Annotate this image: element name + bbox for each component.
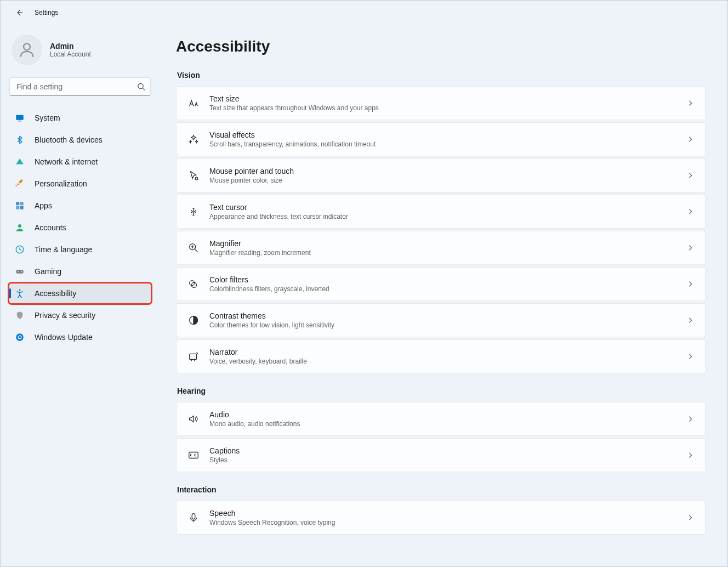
svg-point-1 (138, 83, 143, 88)
network-icon (15, 157, 25, 167)
card-sub: Mouse pointer color, size (209, 177, 686, 184)
svg-line-2 (143, 88, 145, 90)
setting-card-magnifier[interactable]: Magnifier Magnifier reading, zoom increm… (176, 231, 706, 265)
svg-point-15 (19, 290, 21, 291)
setting-card-captions[interactable]: Captions Styles (176, 438, 706, 472)
accounts-icon (15, 223, 25, 233)
card-sub: Scroll bars, transparency, animations, n… (209, 140, 686, 148)
chevron-right-icon (686, 99, 694, 107)
sidebar-item-gaming[interactable]: Gaming (9, 262, 151, 281)
svg-rect-5 (18, 121, 21, 121)
sidebar-item-bluetooth[interactable]: Bluetooth & devices (9, 130, 151, 150)
svg-point-0 (24, 43, 30, 50)
page-title: Accessibility (176, 38, 706, 55)
svg-point-17 (195, 177, 198, 180)
accessibility-icon (15, 288, 25, 298)
personalization-icon (15, 179, 25, 189)
profile-block[interactable]: Admin Local Account (9, 28, 151, 77)
sidebar: Admin Local Account SystemBluetooth & de… (1, 22, 160, 566)
card-title: Captions (209, 446, 686, 455)
svg-rect-7 (20, 202, 24, 205)
card-title: Narrator (209, 348, 686, 356)
setting-card-narrator[interactable]: Narrator Voice, verbosity, keyboard, bra… (176, 339, 706, 373)
card-sub: Styles (209, 456, 686, 464)
chevron-right-icon (686, 415, 694, 423)
card-sub: Mono audio, audio notifications (209, 420, 686, 428)
chevron-right-icon (686, 280, 694, 288)
visualeffects-icon (186, 132, 201, 146)
svg-rect-9 (20, 206, 24, 209)
setting-card-textsize[interactable]: Text size Text size that appears through… (176, 86, 706, 120)
chevron-right-icon (686, 244, 694, 252)
profile-sub: Local Account (50, 50, 91, 58)
setting-card-visualeffects[interactable]: Visual effects Scroll bars, transparency… (176, 122, 706, 156)
time-icon (15, 245, 25, 254)
audio-icon (186, 412, 201, 426)
card-sub: Windows Speech Recognition, voice typing (209, 519, 686, 526)
sidebar-item-label: System (35, 114, 60, 122)
content: Accessibility Vision Text size Text size… (160, 22, 727, 566)
setting-card-audio[interactable]: Audio Mono audio, audio notifications (176, 402, 706, 436)
section-title: Interaction (177, 485, 706, 494)
card-title: Contrast themes (209, 311, 686, 320)
svg-point-13 (18, 271, 19, 272)
setting-card-speech[interactable]: Speech Windows Speech Recognition, voice… (176, 501, 706, 535)
chevron-right-icon (686, 353, 694, 360)
sidebar-item-system[interactable]: System (9, 108, 151, 128)
sidebar-item-accessibility[interactable]: Accessibility (9, 284, 151, 303)
svg-rect-8 (16, 206, 19, 209)
svg-rect-12 (16, 270, 24, 274)
person-icon (18, 41, 36, 59)
sidebar-item-label: Apps (35, 201, 52, 210)
card-sub: Colorblindness filters, grayscale, inver… (209, 285, 686, 293)
sidebar-item-label: Time & language (35, 245, 92, 254)
card-sub: Text size that appears throughout Window… (209, 104, 686, 112)
chevron-right-icon (686, 135, 694, 143)
card-title: Color filters (209, 275, 686, 284)
card-title: Mouse pointer and touch (209, 167, 686, 175)
sidebar-item-label: Personalization (35, 179, 87, 188)
sidebar-item-personalization[interactable]: Personalization (9, 174, 151, 194)
sidebar-item-network[interactable]: Network & internet (9, 152, 151, 172)
back-arrow-icon (15, 8, 24, 17)
sidebar-item-update[interactable]: Windows Update (9, 327, 151, 347)
captions-icon (186, 448, 201, 462)
profile-name: Admin (50, 42, 91, 50)
chevron-right-icon (686, 514, 694, 521)
setting-card-contrast[interactable]: Contrast themes Color themes for low vis… (176, 303, 706, 337)
setting-card-colorfilters[interactable]: Color filters Colorblindness filters, gr… (176, 267, 706, 301)
gaming-icon (15, 267, 25, 276)
magnifier-icon (186, 241, 201, 255)
card-sub: Magnifier reading, zoom increment (209, 249, 686, 257)
search-input[interactable] (9, 77, 151, 96)
textsize-icon (186, 96, 201, 110)
setting-card-mousepointer[interactable]: Mouse pointer and touch Mouse pointer co… (176, 158, 706, 192)
section-title: Hearing (177, 387, 706, 395)
sidebar-item-privacy[interactable]: Privacy & security (9, 305, 151, 325)
sidebar-item-accounts[interactable]: Accounts (9, 218, 151, 237)
card-sub: Color themes for low vision, light sensi… (209, 321, 686, 329)
chevron-right-icon (686, 316, 694, 324)
sidebar-item-label: Network & internet (35, 157, 98, 166)
sidebar-item-label: Privacy & security (35, 311, 95, 320)
card-title: Text size (209, 94, 686, 103)
textcursor-icon (186, 205, 201, 219)
sidebar-item-label: Bluetooth & devices (35, 135, 103, 144)
chevron-right-icon (686, 172, 694, 179)
card-title: Speech (209, 509, 686, 518)
colorfilters-icon (186, 277, 201, 291)
sidebar-item-apps[interactable]: Apps (9, 196, 151, 216)
sidebar-item-time[interactable]: Time & language (9, 240, 151, 259)
svg-rect-6 (16, 202, 19, 205)
system-icon (15, 113, 25, 123)
sidebar-item-label: Gaming (35, 267, 61, 276)
svg-rect-3 (16, 115, 24, 120)
section-title: Vision (177, 71, 706, 80)
setting-card-textcursor[interactable]: Text cursor Appearance and thickness, te… (176, 195, 706, 229)
contrast-icon (186, 313, 201, 327)
apps-icon (15, 201, 25, 211)
privacy-icon (15, 310, 25, 320)
card-sub: Voice, verbosity, keyboard, braille (209, 358, 686, 365)
back-button[interactable] (14, 7, 25, 18)
chevron-right-icon (686, 451, 694, 459)
